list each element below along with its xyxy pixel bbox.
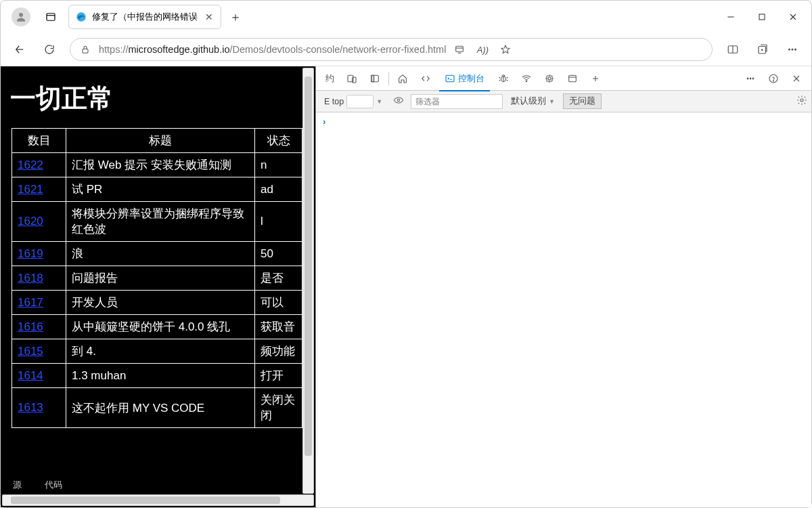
svg-rect-41	[569, 75, 577, 81]
table-row: 1622汇报 Web 提示 安装失败通知测n	[12, 153, 302, 177]
maximize-icon	[757, 12, 767, 22]
table-row: 16141.3 muhan打开	[12, 364, 302, 388]
tab-actions-button[interactable]	[39, 5, 63, 29]
svg-rect-1	[47, 14, 55, 21]
site-info-button[interactable]	[76, 44, 95, 55]
browser-window: 修复了（中报告的网络错误 ✕ ＋ https://microsoftedge.g…	[0, 0, 812, 508]
issue-link[interactable]: 1620	[18, 215, 43, 228]
plus-icon	[590, 73, 601, 84]
read-aloud-icon: A))	[477, 45, 489, 55]
cell-title: 问题报告	[66, 266, 255, 291]
svg-line-31	[507, 77, 508, 78]
device-toggle-button[interactable]	[341, 66, 363, 91]
console-filter-input[interactable]	[411, 94, 503, 109]
browser-tab[interactable]: 修复了（中报告的网络错误 ✕	[68, 5, 221, 29]
context-live-indicator	[346, 95, 374, 108]
star-icon	[500, 44, 511, 55]
svg-point-0	[19, 13, 23, 17]
settings-menu-button[interactable]	[779, 36, 806, 63]
console-icon	[445, 73, 455, 84]
issues-button[interactable]: 无问题	[563, 93, 602, 109]
back-button[interactable]	[6, 36, 33, 63]
cell-status: 打开	[255, 364, 302, 388]
svg-point-36	[548, 77, 551, 80]
devtools-panel: 约 控制台	[316, 66, 811, 507]
tab-application[interactable]	[562, 66, 583, 91]
issue-link[interactable]: 1617	[18, 296, 43, 309]
tab-performance[interactable]	[539, 66, 560, 91]
console-output[interactable]: ›	[316, 112, 811, 507]
col-title: 标题	[66, 129, 255, 153]
caret-down-icon: ▼	[376, 98, 382, 105]
tab-console[interactable]: 控制台	[438, 66, 491, 91]
issue-link[interactable]: 1619	[18, 247, 43, 260]
page-horizontal-scrollbar[interactable]	[2, 494, 314, 506]
devtools-help-button[interactable]	[763, 66, 784, 91]
cell-number: 1615	[12, 339, 66, 364]
issue-link[interactable]: 1618	[18, 272, 43, 284]
collections-button[interactable]	[749, 36, 776, 63]
app-available-button[interactable]	[450, 44, 469, 55]
more-tabs-button[interactable]	[585, 66, 606, 91]
console-settings-button[interactable]	[796, 95, 807, 108]
devtools-close-button[interactable]	[786, 66, 807, 91]
issue-link[interactable]: 1616	[18, 320, 43, 333]
refresh-icon	[43, 43, 55, 56]
profile-avatar[interactable]	[12, 7, 30, 26]
svg-rect-9	[83, 49, 88, 53]
issue-link[interactable]: 1622	[18, 158, 43, 171]
issue-link[interactable]: 1614	[18, 369, 43, 382]
issue-link[interactable]: 1621	[18, 183, 43, 196]
tab-close-button[interactable]: ✕	[203, 11, 215, 23]
issue-link[interactable]: 1615	[18, 345, 43, 358]
code-icon	[420, 73, 431, 84]
context-label: E top	[324, 97, 344, 106]
svg-line-33	[507, 80, 508, 81]
close-window-button[interactable]	[777, 3, 809, 30]
workspaces-icon	[45, 11, 57, 23]
inspect-button[interactable]: 约	[320, 66, 340, 91]
table-row: 1616从中颠簸坚硬的饼干 4.0.0 线孔获取音	[12, 315, 302, 339]
table-row: 1613这不起作用 MY VS CODE关闭关闭	[12, 388, 302, 428]
cell-status: 关闭关闭	[255, 388, 302, 428]
col-status: 状态	[255, 129, 302, 153]
svg-point-45	[747, 78, 748, 79]
split-screen-button[interactable]	[719, 36, 746, 63]
lock-icon	[80, 44, 91, 55]
tab-sources[interactable]	[493, 66, 514, 91]
person-icon	[15, 11, 27, 23]
console-toolbar: E top ▼ 默认级别 ▼ 无问题	[316, 91, 811, 112]
minimize-button[interactable]	[715, 3, 746, 30]
issue-link[interactable]: 1613	[18, 401, 43, 414]
tab-network[interactable]	[516, 66, 537, 91]
table-row: 1621试 PRad	[12, 177, 302, 202]
favorite-button[interactable]	[496, 44, 515, 55]
devtools-more-button[interactable]	[740, 66, 761, 91]
address-bar[interactable]: https://microsoftedge.github.io/Demos/de…	[70, 38, 713, 61]
cell-status: 频功能	[255, 339, 302, 364]
cell-status: l	[255, 202, 302, 242]
chip-icon	[544, 73, 555, 84]
cell-status: 获取音	[255, 315, 302, 339]
footer-source: 源	[13, 479, 22, 491]
url-text: https://microsoftedge.github.io/Demos/de…	[99, 44, 446, 55]
svg-line-30	[499, 77, 500, 78]
dock-button[interactable]	[364, 66, 386, 91]
log-level-dropdown[interactable]: 默认级别 ▼	[507, 94, 559, 108]
svg-rect-26	[446, 75, 454, 81]
read-aloud-button[interactable]: A))	[473, 45, 492, 55]
dots-icon	[786, 43, 798, 56]
svg-marker-13	[501, 45, 510, 54]
dots-icon	[745, 73, 756, 84]
maximize-button[interactable]	[746, 3, 777, 30]
home-icon	[397, 73, 408, 84]
devices-icon	[346, 73, 357, 84]
tab-elements[interactable]	[415, 66, 436, 91]
new-tab-button[interactable]: ＋	[224, 5, 247, 28]
execution-context-dropdown[interactable]: E top ▼	[320, 93, 386, 110]
live-expression-button[interactable]	[390, 95, 407, 108]
page-vertical-scrollbar[interactable]	[302, 68, 314, 494]
tab-welcome[interactable]	[392, 66, 413, 91]
svg-rect-5	[759, 14, 765, 20]
refresh-button[interactable]	[36, 36, 63, 63]
